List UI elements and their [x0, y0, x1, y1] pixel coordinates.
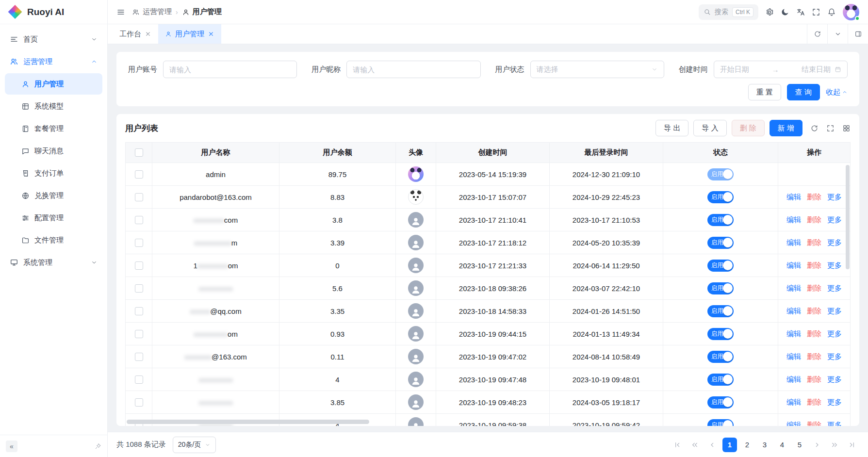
more-link[interactable]: 更多	[827, 375, 842, 384]
row-checkbox[interactable]	[135, 307, 143, 315]
prev-page-button[interactable]	[705, 438, 720, 452]
date-range-picker[interactable]: 开始日期 → 结束日期	[714, 61, 848, 78]
refresh-icon[interactable]	[810, 124, 819, 132]
sidebar-item-chat[interactable]: 聊天消息	[5, 140, 102, 162]
status-toggle[interactable]: 启用	[707, 191, 734, 203]
status-select[interactable]: 请选择	[530, 61, 664, 78]
more-link[interactable]: 更多	[827, 398, 842, 407]
add-button[interactable]: 新 增	[770, 120, 802, 136]
sidebar-item-package[interactable]: 套餐管理	[5, 118, 102, 139]
delete-link[interactable]: 删除	[807, 284, 821, 293]
nickname-input[interactable]	[346, 61, 480, 78]
user-avatar[interactable]	[843, 4, 859, 20]
delete-link[interactable]: 删除	[807, 261, 821, 270]
delete-link[interactable]: 删除	[807, 421, 821, 426]
sidebar-item-config[interactable]: 配置管理	[5, 207, 102, 228]
column-settings-icon[interactable]	[842, 124, 851, 132]
more-link[interactable]: 更多	[827, 329, 842, 339]
page-3-button[interactable]: 3	[757, 438, 772, 452]
moon-icon[interactable]	[781, 8, 789, 16]
more-link[interactable]: 更多	[827, 284, 842, 293]
more-link[interactable]: 更多	[827, 238, 842, 247]
status-toggle[interactable]: 启用	[707, 214, 734, 226]
jump-forward-button[interactable]	[827, 438, 842, 452]
row-checkbox[interactable]	[135, 330, 143, 338]
reset-button[interactable]: 重 置	[748, 84, 781, 100]
delete-button[interactable]: 删 除	[732, 120, 765, 136]
global-search[interactable]: 搜索 Ctrl K	[699, 4, 758, 20]
more-link[interactable]: 更多	[827, 352, 842, 361]
row-checkbox[interactable]	[135, 284, 143, 293]
sidebar-collapse-button[interactable]: «	[6, 441, 17, 452]
hamburger-icon[interactable]	[116, 8, 125, 16]
collapse-link[interactable]: 收起	[826, 88, 848, 97]
delete-link[interactable]: 删除	[807, 193, 821, 202]
sidebar-item-user[interactable]: 用户管理	[5, 73, 102, 95]
edit-link[interactable]: 编辑	[786, 421, 801, 426]
page-5-button[interactable]: 5	[792, 438, 807, 452]
edit-link[interactable]: 编辑	[786, 398, 801, 407]
pin-icon[interactable]	[95, 443, 101, 450]
row-checkbox[interactable]	[135, 353, 143, 361]
row-checkbox[interactable]	[135, 398, 143, 407]
edit-link[interactable]: 编辑	[786, 307, 801, 316]
status-toggle[interactable]: 启用	[707, 419, 734, 426]
delete-link[interactable]: 删除	[807, 398, 821, 407]
tab-workbench[interactable]: 工作台	[113, 24, 158, 44]
tab-user-management[interactable]: 用户管理	[158, 24, 221, 44]
vertical-scrollbar[interactable]	[846, 165, 850, 269]
row-checkbox[interactable]	[135, 239, 143, 247]
delete-link[interactable]: 删除	[807, 329, 821, 339]
status-toggle[interactable]: 启用	[707, 396, 734, 408]
edit-link[interactable]: 编辑	[786, 329, 801, 339]
status-toggle[interactable]: 启用	[707, 282, 734, 294]
sidebar-group-home[interactable]: 首页	[5, 28, 102, 50]
delete-link[interactable]: 删除	[807, 238, 821, 247]
edit-link[interactable]: 编辑	[786, 375, 801, 384]
delete-link[interactable]: 删除	[807, 307, 821, 316]
status-toggle[interactable]: 启用	[707, 237, 734, 249]
page-4-button[interactable]: 4	[775, 438, 789, 452]
export-button[interactable]: 导 出	[655, 120, 688, 136]
edit-link[interactable]: 编辑	[786, 193, 801, 202]
bell-icon[interactable]	[827, 8, 836, 16]
edit-link[interactable]: 编辑	[786, 352, 801, 361]
page-2-button[interactable]: 2	[740, 438, 754, 452]
next-page-button[interactable]	[810, 438, 824, 452]
gear-icon[interactable]	[765, 8, 774, 16]
close-icon[interactable]	[208, 31, 214, 37]
breadcrumb-operations[interactable]: 运营管理	[132, 7, 172, 16]
select-all-checkbox[interactable]	[135, 148, 143, 157]
sidebar-item-order[interactable]: 支付订单	[5, 163, 102, 184]
more-link[interactable]: 更多	[827, 421, 842, 426]
refresh-tab-button[interactable]	[807, 24, 827, 44]
row-checkbox[interactable]	[135, 170, 143, 179]
row-checkbox[interactable]	[135, 216, 143, 224]
edit-link[interactable]: 编辑	[786, 261, 801, 270]
toggle-panel-button[interactable]	[848, 24, 868, 44]
status-toggle[interactable]: 启用	[707, 374, 734, 386]
last-page-button[interactable]	[845, 438, 859, 452]
edit-link[interactable]: 编辑	[786, 215, 801, 225]
edit-link[interactable]: 编辑	[786, 238, 801, 247]
status-toggle[interactable]: 启用	[707, 351, 734, 363]
row-checkbox[interactable]	[135, 375, 143, 384]
first-page-button[interactable]	[670, 438, 685, 452]
jump-back-button[interactable]	[688, 438, 702, 452]
delete-link[interactable]: 删除	[807, 375, 821, 384]
more-link[interactable]: 更多	[827, 307, 842, 316]
breadcrumb-user-management[interactable]: 用户管理	[182, 7, 222, 16]
sidebar-item-exchange[interactable]: 兑换管理	[5, 185, 102, 206]
sidebar-group-operations[interactable]: 运营管理	[5, 50, 102, 73]
status-toggle[interactable]: 启用	[707, 328, 734, 340]
fullscreen-icon[interactable]	[826, 124, 835, 132]
status-toggle[interactable]: 启用	[707, 305, 734, 317]
more-link[interactable]: 更多	[827, 193, 842, 202]
edit-link[interactable]: 编辑	[786, 284, 801, 293]
delete-link[interactable]: 删除	[807, 215, 821, 225]
page-1-button[interactable]: 1	[722, 438, 737, 452]
status-toggle[interactable]: 启用	[707, 260, 734, 272]
translate-icon[interactable]	[796, 8, 805, 16]
more-link[interactable]: 更多	[827, 215, 842, 225]
page-size-select[interactable]: 20条/页	[173, 437, 216, 453]
